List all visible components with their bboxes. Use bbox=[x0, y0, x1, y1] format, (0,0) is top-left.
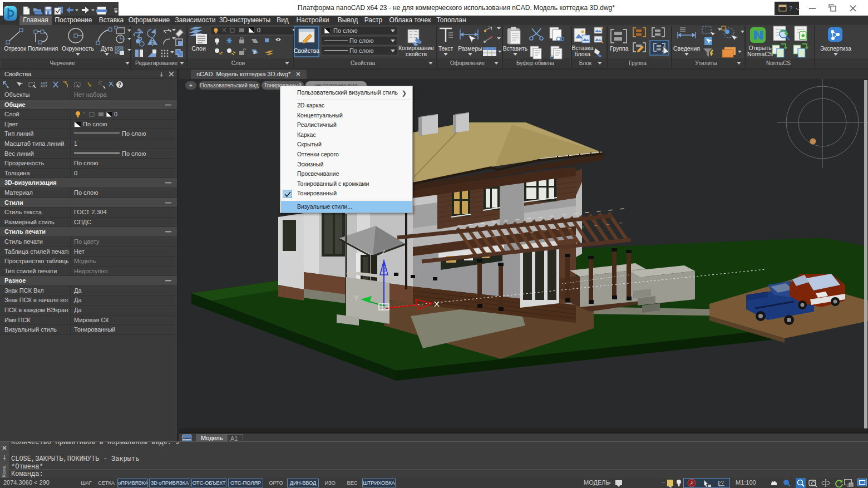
svg-text:Буфер обмена: Буфер обмена bbox=[516, 60, 554, 66]
svg-text:Блок: Блок bbox=[579, 60, 592, 66]
svg-text:?: ? bbox=[789, 5, 792, 12]
svg-text:Полилиния: Полилиния bbox=[28, 45, 58, 52]
svg-text:Сведения: Сведения bbox=[673, 45, 700, 52]
svg-text:Дуга: Дуга bbox=[101, 45, 113, 52]
svg-text:Черчение: Черчение bbox=[50, 60, 75, 66]
svg-text:Свойства: Свойства bbox=[294, 47, 319, 54]
svg-text:Свойства: Свойства bbox=[351, 60, 375, 66]
svg-text:⊶: ⊶ bbox=[606, 480, 611, 486]
svg-text:0: 0 bbox=[257, 27, 260, 33]
svg-text:Вставить: Вставить bbox=[503, 45, 528, 52]
svg-text:Редактирование: Редактирование bbox=[135, 60, 178, 66]
svg-text:NormaCS: NormaCS bbox=[747, 51, 773, 57]
svg-text:Размеры: Размеры bbox=[458, 45, 482, 52]
svg-text:свойств: свойств bbox=[406, 51, 427, 57]
svg-text:блока: блока bbox=[575, 51, 590, 57]
svg-text:?: ? bbox=[118, 82, 121, 88]
svg-text:Отрезок: Отрезок bbox=[4, 45, 26, 52]
svg-text:По слою: По слою bbox=[333, 27, 358, 34]
svg-text:Оформление: Оформление bbox=[450, 60, 485, 66]
svg-text:Слои: Слои bbox=[191, 45, 206, 52]
svg-text:Экспертиза: Экспертиза bbox=[820, 45, 851, 52]
svg-text:Окружность: Окружность bbox=[62, 45, 95, 52]
svg-text:0: 0 bbox=[114, 111, 117, 117]
svg-text:По слою: По слою bbox=[349, 37, 374, 44]
svg-text:По слою: По слою bbox=[349, 47, 374, 54]
svg-text:Текст: Текст bbox=[438, 45, 453, 52]
svg-text:Z: Z bbox=[253, 50, 256, 55]
svg-text:Слои: Слои bbox=[231, 60, 245, 66]
svg-text:Z: Z bbox=[381, 248, 386, 257]
svg-text:Утилиты: Утилиты bbox=[695, 60, 717, 66]
svg-text:NormaCS: NormaCS bbox=[766, 60, 791, 66]
svg-text:Y: Y bbox=[354, 294, 359, 302]
svg-text:Группа: Группа bbox=[629, 60, 647, 66]
svg-text:Группа: Группа bbox=[610, 45, 628, 52]
